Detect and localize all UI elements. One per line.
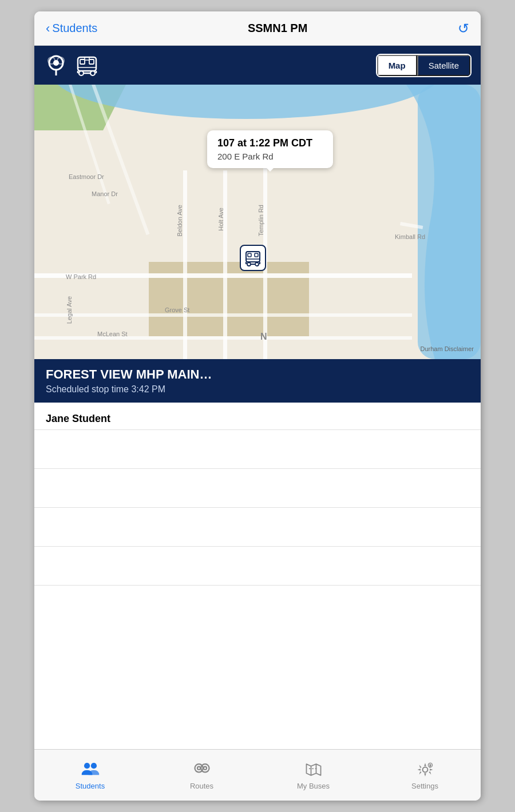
list-row-3 <box>34 507 481 546</box>
svg-point-38 <box>84 763 89 769</box>
tab-settings[interactable]: Settings <box>369 750 481 801</box>
settings-tab-label: Settings <box>411 782 438 790</box>
header-icons <box>43 53 100 78</box>
back-button[interactable]: ‹ Students <box>46 21 97 36</box>
student-name: Jane Student <box>46 413 469 425</box>
map-button[interactable]: Map <box>377 55 417 76</box>
bus-icon <box>74 53 100 78</box>
north-indicator: N <box>260 332 267 342</box>
bus-marker[interactable] <box>240 245 266 271</box>
bus-marker-icon <box>244 249 262 267</box>
street-label-mclean: McLean St <box>97 331 128 337</box>
svg-point-41 <box>197 767 200 770</box>
location-pin-icon <box>43 53 69 78</box>
svg-point-47 <box>422 767 427 773</box>
tab-my-buses[interactable]: My Buses <box>258 750 369 801</box>
page-title: SSMN1 PM <box>248 22 307 35</box>
svg-rect-23 <box>183 170 187 359</box>
street-label-grove: Grove St <box>165 307 189 313</box>
list-row-2 <box>34 468 481 507</box>
map-type-toggle[interactable]: Map Satellite <box>376 54 472 77</box>
tab-routes[interactable]: Routes <box>146 750 258 801</box>
chevron-left-icon: ‹ <box>46 21 50 36</box>
svg-point-42 <box>201 764 209 772</box>
svg-rect-24 <box>223 170 227 359</box>
svg-rect-7 <box>89 59 94 64</box>
map-callout: 107 at 1:22 PM CDT 200 E Park Rd <box>207 130 333 168</box>
settings-tab-icon <box>415 760 435 779</box>
list-row-4 <box>34 546 481 585</box>
routes-tab-label: Routes <box>190 782 213 790</box>
my-buses-tab-icon <box>304 760 323 779</box>
student-section: Jane Student <box>34 403 481 429</box>
svg-point-39 <box>90 763 96 769</box>
svg-rect-19 <box>149 262 309 336</box>
street-label-wpark: W Park Rd <box>66 273 96 280</box>
tab-students[interactable]: Students <box>34 750 146 801</box>
refresh-button[interactable]: ↻ <box>458 21 469 37</box>
phone-frame: ‹ Students SSMN1 PM ↻ <box>34 11 481 801</box>
svg-point-49 <box>429 764 431 766</box>
svg-point-43 <box>203 767 206 770</box>
street-label-holt: Holt Ave <box>217 208 224 231</box>
street-label-kimball: Kimball Rd <box>395 233 425 240</box>
svg-rect-30 <box>248 253 251 257</box>
street-label-manor: Manor Dr <box>92 190 118 197</box>
svg-point-33 <box>247 262 251 266</box>
tab-bar: Students Routes <box>34 749 481 801</box>
street-label-beldon: Beldon Ave <box>176 205 183 236</box>
svg-rect-6 <box>80 59 85 64</box>
street-label-eastmoor: Eastmoor Dr <box>69 173 104 180</box>
stop-scheduled-time: Scheduled stop time 3:42 PM <box>46 384 469 395</box>
nav-bar: ‹ Students SSMN1 PM ↻ <box>34 11 481 46</box>
list-row-1 <box>34 429 481 468</box>
routes-tab-icon <box>192 760 212 779</box>
stop-info-bar: FOREST VIEW MHP MAIN… Scheduled stop tim… <box>34 359 481 403</box>
street-label-templin: Templin Rd <box>258 205 264 236</box>
map-disclaimer: Durham Disclaimer <box>420 345 474 352</box>
stop-name: FOREST VIEW MHP MAIN… <box>46 367 469 382</box>
svg-point-34 <box>255 262 259 266</box>
back-label: Students <box>52 22 97 35</box>
students-tab-label: Students <box>76 782 105 790</box>
callout-title: 107 at 1:22 PM CDT <box>217 137 323 149</box>
svg-rect-31 <box>255 253 258 257</box>
svg-rect-14 <box>85 57 89 60</box>
street-label-legal: Legal Ave <box>66 296 73 324</box>
my-buses-tab-label: My Buses <box>297 782 330 790</box>
map-header-bar: Map Satellite <box>34 46 481 85</box>
list-row-5 <box>34 585 481 624</box>
students-tab-icon <box>81 760 100 779</box>
map-view[interactable]: 107 at 1:22 PM CDT 200 E Park Rd Eastmoo… <box>34 85 481 359</box>
list-rows <box>34 429 481 749</box>
satellite-button[interactable]: Satellite <box>417 55 470 76</box>
callout-subtitle: 200 E Park Rd <box>217 152 323 161</box>
